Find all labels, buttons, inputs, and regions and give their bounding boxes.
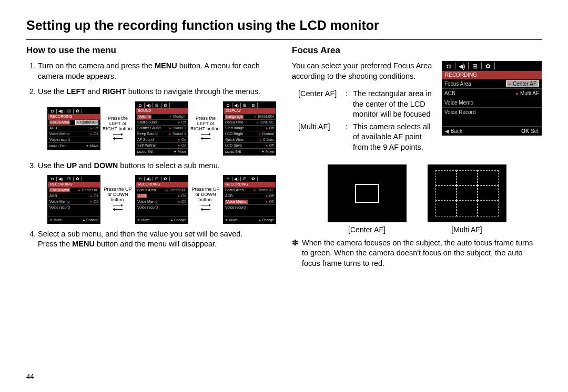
text-strong: MENU xyxy=(72,240,95,248)
menu-value: 08/01/01 xyxy=(260,120,274,124)
lcd-display: ◘◀)⊞✿ DISPLAY Language▸ENGLISH Date&Time… xyxy=(223,101,276,156)
menu-item: Voice record xyxy=(137,205,158,210)
lcd-row-2: ◘◀)⊞✿ RECORDING Focus Area▸Center AF ACB… xyxy=(47,175,276,224)
menu-value: Center AF xyxy=(82,188,98,192)
sound-icon: ◀) xyxy=(58,109,64,114)
menu-value: Off xyxy=(94,194,98,198)
menu-item: Beep Sound xyxy=(137,132,158,136)
menu-value: On xyxy=(181,143,186,147)
display-icon: ⊞ xyxy=(471,63,479,69)
footer: Move xyxy=(266,150,274,153)
menu-item: ACB xyxy=(225,194,232,198)
menu-item: Voice Record xyxy=(444,109,475,115)
menu-item: Start Image xyxy=(225,126,244,130)
multi-af-def: [Multi AF] : This camera selects all of … xyxy=(298,122,437,153)
af-figures: [Center AF] [Multi AF] xyxy=(292,164,542,234)
gear-icon: ✿ xyxy=(163,177,168,181)
menu-value: Off xyxy=(94,132,98,136)
sound-icon: ◀) xyxy=(234,177,239,181)
menu-item: Shutter Sound xyxy=(137,126,161,130)
menu-value: Off xyxy=(269,143,274,147)
text: Use the xyxy=(38,87,66,96)
footer: Move xyxy=(90,144,98,148)
menu-value: Off xyxy=(181,120,186,124)
menu-item: Voice record xyxy=(49,138,70,142)
asterisk-icon: ✽ xyxy=(292,238,299,269)
back-icon: ◀ xyxy=(445,128,449,134)
menu-value: Off xyxy=(181,200,186,203)
menu-item: Focus Area xyxy=(225,188,244,192)
arrow-icon: ⟶⟵ xyxy=(103,132,133,141)
menu-item: Voice Memo xyxy=(137,200,158,204)
af-grid-icon xyxy=(435,170,499,216)
menu-value: Off xyxy=(269,200,274,203)
menu-value: 0.5sec xyxy=(263,138,274,141)
menu-item: Volume xyxy=(137,115,151,119)
divider xyxy=(26,39,542,40)
menu-value: Center AF xyxy=(513,81,536,87)
menu-value: Off xyxy=(181,194,186,198)
menu-value: Off xyxy=(269,194,274,198)
menu-item: ACB xyxy=(49,194,57,198)
text-strong: MENU xyxy=(155,61,177,70)
text-strong: DOWN xyxy=(94,161,118,170)
center-af-def: [Center AF] : The rectangular area in th… xyxy=(298,89,437,120)
menu-item: Start Sound xyxy=(137,120,157,125)
menu-header: RECORDING xyxy=(224,182,276,187)
menu-item: Voice record xyxy=(225,205,246,210)
term: [Center AF] xyxy=(298,89,346,120)
text: buttons to select a sub menu. xyxy=(118,161,219,170)
menu-value: Off xyxy=(94,126,98,130)
menu-item: Voice Memo xyxy=(49,200,70,204)
multi-af-figure: [Multi AF] xyxy=(428,164,506,234)
menu-item: Voice Memo xyxy=(444,100,473,106)
text: Press the xyxy=(38,240,72,248)
display-icon: ⊞ xyxy=(154,103,160,108)
menu-item: LCD Save xyxy=(225,143,242,148)
right-column: Focus Area ◘◀)⊞✿ RECORDING Focus Area▸ C… xyxy=(292,45,542,269)
menu-value: Multi AF xyxy=(520,90,539,96)
menu-item: Quick View xyxy=(225,138,244,142)
focus-area-heading: Focus Area xyxy=(292,45,542,56)
display-icon: ⊞ xyxy=(66,109,72,114)
menu-value: Center AF xyxy=(169,188,186,192)
menu-item: Voice Memo xyxy=(49,132,70,136)
sound-icon: ◀) xyxy=(146,177,151,181)
menu-header: RECORDING xyxy=(136,182,188,187)
steps-list: Turn on the camera and press the MENU bu… xyxy=(26,61,276,250)
text: Use the xyxy=(38,161,66,170)
text-strong: UP xyxy=(66,161,77,170)
lcd-recording: ◘◀)⊞✿ RECORDING Focus Area▸Center AF ACB… xyxy=(223,175,276,224)
menu-item: ACB xyxy=(137,194,147,198)
center-af-figure: [Center AF] xyxy=(328,164,407,234)
arrow-icon: ⟶⟵ xyxy=(190,132,221,141)
menu-header: DISPLAY xyxy=(224,108,276,114)
footer: Exit xyxy=(59,144,65,148)
desc: This camera selects all of available AF … xyxy=(353,122,437,153)
af-rect-icon xyxy=(355,184,379,203)
gear-icon: ✿ xyxy=(75,109,80,114)
lcd-recording: ◘◀)⊞✿ RECORDING Focus Area▸Center AF ACB… xyxy=(47,175,100,224)
arrow-icon: ⟶⟵ xyxy=(103,203,133,212)
caption: [Multi AF] xyxy=(428,225,506,234)
ok-icon: OK xyxy=(521,128,529,134)
how-to-use-heading: How to use the menu xyxy=(26,45,276,56)
menu-item: Date&Time xyxy=(225,120,244,125)
footer: Set xyxy=(531,128,539,134)
sound-icon: ◀) xyxy=(458,63,466,69)
menu-item: Focus Area xyxy=(49,188,70,192)
text: Turn on the camera and press the xyxy=(38,61,155,70)
lcd-recording: ◘◀)⊞✿ RECORDING Focus Area▸Center AF ACB… xyxy=(47,107,100,150)
sound-icon: ◀) xyxy=(146,103,151,108)
gear-icon: ✿ xyxy=(75,177,80,181)
footer: Exit xyxy=(147,150,153,153)
page-number: 44 xyxy=(26,373,34,380)
text: and xyxy=(85,87,102,96)
text: Select a sub menu, and then the value yo… xyxy=(38,230,242,238)
menu-header: RECORDING xyxy=(442,71,542,79)
left-column: How to use the menu Turn on the camera a… xyxy=(26,45,276,269)
footer: Back xyxy=(451,128,462,134)
lcd-row-1: ◘◀)⊞✿ RECORDING Focus Area▸Center AF ACB… xyxy=(47,101,276,156)
gear-icon: ✿ xyxy=(250,177,256,181)
lcd-focus-area: ◘◀)⊞✿ RECORDING Focus Area▸ Center AF AC… xyxy=(442,61,542,136)
